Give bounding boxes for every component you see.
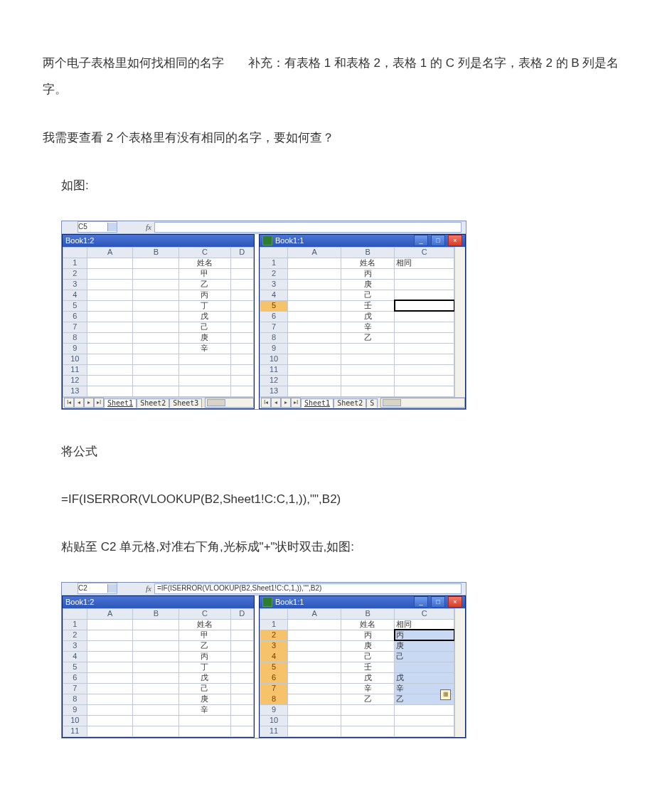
- cell[interactable]: [179, 726, 230, 736]
- cell[interactable]: 辛: [341, 683, 395, 694]
- row-header[interactable]: 9: [260, 343, 288, 354]
- cell[interactable]: [133, 343, 179, 354]
- row-header[interactable]: 3: [260, 640, 288, 651]
- close-button[interactable]: ×: [448, 235, 462, 246]
- cell[interactable]: 辛: [179, 704, 230, 715]
- cell[interactable]: [230, 683, 253, 694]
- cell[interactable]: [395, 375, 454, 386]
- row-header[interactable]: 10: [260, 354, 288, 364]
- col-header[interactable]: D: [230, 247, 253, 258]
- cell[interactable]: [87, 630, 133, 640]
- cell[interactable]: [288, 300, 341, 311]
- cell[interactable]: [341, 726, 395, 736]
- sheet-tab[interactable]: Sheet1: [104, 398, 137, 408]
- cell[interactable]: [133, 268, 179, 279]
- row-header[interactable]: 7: [260, 683, 288, 694]
- sheet-tab[interactable]: Sheet3: [169, 398, 202, 408]
- scrollbar-thumb[interactable]: [207, 399, 225, 406]
- cell[interactable]: [230, 354, 253, 364]
- cell[interactable]: 甲: [179, 630, 230, 640]
- cell[interactable]: [87, 726, 133, 736]
- cell[interactable]: [87, 290, 133, 300]
- cell[interactable]: [288, 311, 341, 322]
- cell[interactable]: [341, 375, 395, 386]
- cell[interactable]: [288, 640, 341, 651]
- cell[interactable]: [288, 268, 341, 279]
- tab-nav-last-icon[interactable]: ▸Ⅰ: [291, 398, 301, 408]
- col-header[interactable]: B: [133, 608, 179, 619]
- cell[interactable]: [395, 386, 454, 396]
- col-header[interactable]: A: [288, 247, 341, 258]
- col-header[interactable]: B: [341, 608, 395, 619]
- grid-right[interactable]: A B C 1姓名相同 2丙丙 3庚庚 4己己 5壬 6戊戊 7辛辛 8乙乙: [260, 608, 454, 737]
- cell[interactable]: 壬: [341, 662, 395, 672]
- cell[interactable]: [230, 640, 253, 651]
- cell[interactable]: [133, 651, 179, 662]
- cell[interactable]: 戊: [341, 311, 395, 322]
- cell[interactable]: [288, 694, 341, 704]
- cell[interactable]: [133, 300, 179, 311]
- sheet-tab[interactable]: S: [366, 398, 378, 408]
- cell[interactable]: [230, 704, 253, 715]
- cell[interactable]: [133, 332, 179, 343]
- cell[interactable]: [87, 694, 133, 704]
- row-header[interactable]: 3: [63, 279, 87, 290]
- cell[interactable]: [87, 268, 133, 279]
- cell[interactable]: [395, 662, 454, 672]
- cell[interactable]: 甲: [179, 268, 230, 279]
- col-header[interactable]: B: [133, 247, 179, 258]
- cell[interactable]: 己: [395, 651, 454, 662]
- cell[interactable]: [230, 672, 253, 683]
- name-box[interactable]: C2: [78, 583, 117, 594]
- cell[interactable]: [133, 662, 179, 672]
- cell[interactable]: 丁: [179, 662, 230, 672]
- row-header[interactable]: 2: [63, 630, 87, 640]
- cell[interactable]: [395, 268, 454, 279]
- cell[interactable]: 丁: [179, 300, 230, 311]
- row-header[interactable]: 5: [63, 662, 87, 672]
- horizontal-scrollbar[interactable]: [205, 398, 254, 408]
- row-header[interactable]: 2: [63, 268, 87, 279]
- cell[interactable]: [288, 651, 341, 662]
- cell[interactable]: [87, 683, 133, 694]
- row-header[interactable]: 1: [63, 619, 87, 630]
- formula-input[interactable]: [154, 222, 462, 233]
- row-header[interactable]: 13: [63, 386, 87, 396]
- cell[interactable]: [230, 258, 253, 268]
- cell[interactable]: [288, 630, 341, 640]
- cell[interactable]: [87, 375, 133, 386]
- row-header[interactable]: 2: [260, 268, 288, 279]
- cell[interactable]: [87, 386, 133, 396]
- row-header[interactable]: 5: [260, 662, 288, 672]
- cell[interactable]: 戊: [179, 311, 230, 322]
- cell[interactable]: 姓名: [179, 619, 230, 630]
- cell[interactable]: [133, 364, 179, 375]
- cell[interactable]: [230, 375, 253, 386]
- cell[interactable]: 庚: [341, 640, 395, 651]
- row-header[interactable]: 8: [63, 332, 87, 343]
- cell[interactable]: [230, 332, 253, 343]
- cell[interactable]: 己: [341, 651, 395, 662]
- cell[interactable]: [230, 630, 253, 640]
- cell[interactable]: [87, 354, 133, 364]
- cell[interactable]: 相同: [395, 258, 454, 268]
- col-header[interactable]: D: [230, 608, 253, 619]
- row-header[interactable]: 4: [63, 290, 87, 300]
- cell[interactable]: [87, 640, 133, 651]
- maximize-button[interactable]: □: [431, 596, 445, 608]
- cell[interactable]: [133, 704, 179, 715]
- cell[interactable]: [87, 258, 133, 268]
- cell[interactable]: [395, 343, 454, 354]
- tab-nav-next-icon[interactable]: ▸: [84, 398, 94, 408]
- cell[interactable]: [395, 704, 454, 715]
- cell[interactable]: 庚: [179, 694, 230, 704]
- cell[interactable]: [288, 704, 341, 715]
- row-header[interactable]: 6: [260, 311, 288, 322]
- cell[interactable]: [395, 290, 454, 300]
- col-header[interactable]: C: [395, 247, 454, 258]
- grid-right[interactable]: A B C 1姓名相同 2丙 3庚 4己 5壬 6戊 7辛 8乙: [260, 247, 454, 397]
- cell[interactable]: [133, 290, 179, 300]
- cell[interactable]: 戊: [341, 672, 395, 683]
- cell[interactable]: 丙: [179, 651, 230, 662]
- row-header[interactable]: 6: [63, 311, 87, 322]
